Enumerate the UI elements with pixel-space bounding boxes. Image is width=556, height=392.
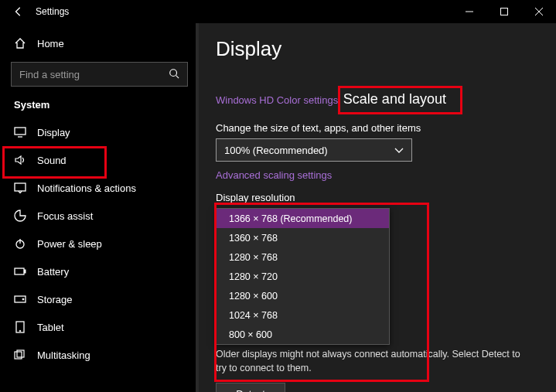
resolution-dropdown-open[interactable]: 1366 × 768 (Recommended) 1360 × 768 1280…	[216, 208, 390, 345]
search-input[interactable]	[19, 69, 169, 80]
scale-dropdown-value: 100% (Recommended)	[224, 145, 328, 156]
close-button[interactable]	[521, 0, 556, 23]
sidebar-item-label: Multitasking	[37, 349, 90, 361]
detect-button-label: Detect	[236, 388, 265, 393]
search-box[interactable]	[11, 62, 188, 87]
maximize-button[interactable]	[486, 0, 521, 23]
storage-icon	[14, 293, 26, 305]
sidebar-item-multitasking[interactable]: Multitasking	[0, 341, 199, 369]
sidebar-item-label: Display	[37, 127, 70, 138]
window-title: Settings	[36, 6, 69, 17]
back-button[interactable]	[9, 2, 28, 21]
tablet-icon	[14, 321, 26, 333]
content-pane: Display Windows HD Color settings Scale …	[199, 23, 556, 392]
resolution-option[interactable]: 1360 × 768	[217, 228, 389, 247]
sidebar-item-power-sleep[interactable]: Power & sleep	[0, 230, 199, 257]
sidebar-item-focus-assist[interactable]: Focus assist	[0, 202, 199, 230]
detect-button[interactable]: Detect	[216, 383, 285, 392]
svg-point-16	[19, 330, 21, 332]
home-nav[interactable]: Home	[0, 29, 199, 57]
resolution-label: Display resolution	[216, 192, 556, 203]
focus-assist-icon	[14, 210, 26, 222]
sound-icon	[14, 154, 26, 166]
svg-rect-8	[15, 183, 26, 191]
sidebar-item-label: Tablet	[37, 322, 64, 333]
resolution-option[interactable]: 1280 × 768	[217, 247, 389, 267]
sidebar-item-label: Storage	[37, 294, 73, 305]
arrow-left-icon	[13, 6, 24, 17]
svg-line-5	[176, 75, 179, 78]
minimize-icon	[466, 8, 473, 15]
scale-layout-heading: Scale and layout	[343, 91, 446, 107]
sidebar-item-battery[interactable]: Battery	[0, 257, 199, 285]
scale-label: Change the size of text, apps, and other…	[216, 122, 556, 134]
svg-point-4	[170, 69, 177, 76]
sidebar-item-storage[interactable]: Storage	[0, 285, 199, 313]
battery-icon	[14, 265, 26, 278]
titlebar: Settings	[0, 0, 556, 23]
scale-dropdown[interactable]: 100% (Recommended)	[216, 138, 412, 162]
svg-rect-12	[25, 270, 26, 273]
hd-color-link[interactable]: Windows HD Color settings	[216, 94, 338, 106]
sidebar-item-label: Notifications & actions	[37, 182, 136, 194]
chevron-down-icon	[394, 145, 404, 156]
sidebar-item-label: Power & sleep	[37, 238, 102, 250]
svg-point-14	[22, 298, 24, 300]
annotation-highlight: Scale and layout	[338, 86, 462, 114]
close-icon	[535, 8, 543, 15]
search-icon	[169, 68, 179, 81]
section-label: System	[0, 94, 199, 118]
sidebar-item-tablet[interactable]: Tablet	[0, 313, 199, 341]
minimize-button[interactable]	[452, 0, 486, 23]
sidebar-item-label: Sound	[37, 155, 67, 166]
advanced-scaling-link[interactable]: Advanced scaling settings	[216, 169, 332, 181]
maximize-icon	[500, 8, 508, 15]
notifications-icon	[14, 182, 26, 194]
sidebar: Home System Display Sound Notifications …	[0, 23, 199, 392]
detect-help-text: Older displays might not always connect …	[216, 348, 525, 375]
resolution-option[interactable]: 1366 × 768 (Recommended)	[217, 209, 389, 228]
sidebar-item-label: Battery	[37, 266, 69, 278]
svg-rect-18	[17, 350, 24, 357]
sidebar-item-sound[interactable]: Sound	[0, 146, 199, 174]
resolution-option[interactable]: 1280 × 600	[217, 286, 389, 305]
sidebar-item-notifications[interactable]: Notifications & actions	[0, 174, 199, 202]
resolution-option[interactable]: 800 × 600	[217, 325, 389, 344]
home-label: Home	[37, 38, 64, 49]
page-title: Display	[216, 37, 556, 61]
sidebar-item-label: Focus assist	[37, 210, 93, 222]
resolution-option[interactable]: 1024 × 768	[217, 305, 389, 325]
sidebar-item-display[interactable]: Display	[0, 118, 199, 146]
home-icon	[14, 37, 26, 49]
multitasking-icon	[14, 349, 26, 361]
svg-rect-17	[15, 352, 22, 359]
svg-rect-11	[15, 268, 24, 274]
resolution-option[interactable]: 1280 × 720	[217, 267, 389, 286]
window-controls	[452, 0, 556, 23]
display-icon	[14, 126, 26, 138]
svg-rect-1	[500, 9, 507, 15]
svg-rect-6	[15, 128, 26, 135]
power-icon	[14, 237, 26, 250]
